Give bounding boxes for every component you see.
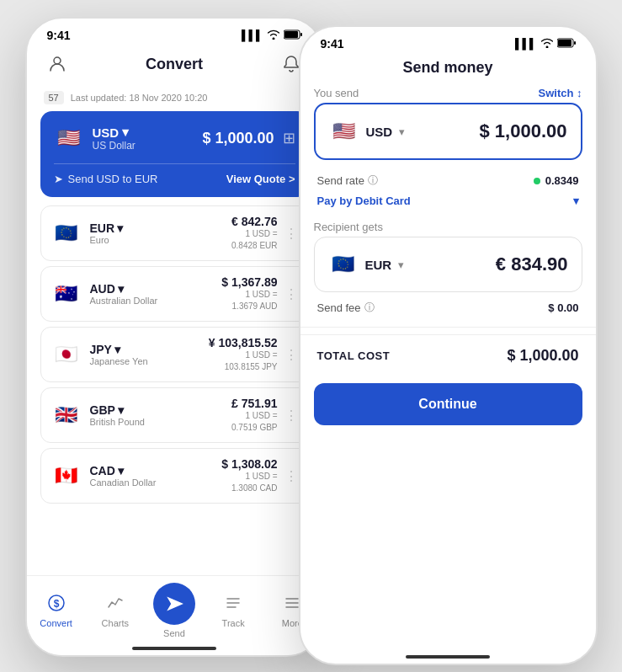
sender-card[interactable]: 🇺🇸 USD ▾ $ 1,000.00 — [314, 103, 582, 160]
gbp-rate: 1 USD = 0.7519 GBP — [231, 410, 278, 434]
list-item[interactable]: 🇯🇵 JPY▾ Japanese Yen ¥ 103,815.52 1 USD … — [40, 327, 309, 382]
svg-rect-2 — [300, 33, 302, 36]
recipient-code: EUR — [365, 258, 392, 272]
nav-convert[interactable]: $ Convert — [31, 594, 82, 628]
jpy-amount: ¥ 103,815.52 — [209, 336, 278, 349]
send-label[interactable]: ➤ Send USD to EUR — [54, 173, 158, 185]
gbp-name: British Pound — [90, 417, 145, 427]
recipient-currency-selector[interactable]: 🇪🇺 EUR ▾ — [328, 249, 405, 280]
main-currency-card[interactable]: 🇺🇸 USD ▾ US Dollar $ 1,000.00 ⊞ — [40, 111, 309, 197]
eur-amount: € 842.76 — [231, 215, 278, 228]
wifi-icon-2 — [540, 38, 554, 51]
usd-amount: $ 1,000.00 — [202, 130, 274, 147]
usd-flag: 🇺🇸 — [54, 123, 84, 153]
send-rate-value: 0.8349 — [534, 174, 579, 187]
phone-send-money: 9:41 ▌▌▌ — [299, 25, 598, 665]
more-options-icon[interactable]: ⋮ — [284, 226, 298, 242]
list-item[interactable]: 🇦🇺 AUD▾ Australian Dollar $ 1,367.89 1 U… — [40, 266, 309, 322]
pay-method-label: Pay by Debit Card — [317, 195, 411, 207]
send-label: Send — [163, 628, 185, 638]
eur-code[interactable]: EUR▾ — [90, 221, 124, 235]
cad-amount: $ 1,308.02 — [221, 457, 277, 471]
gbp-flag: 🇬🇧 — [51, 400, 82, 430]
usd-code[interactable]: USD ▾ — [93, 125, 136, 140]
send-arrow-icon: ➤ — [54, 173, 63, 185]
status-bar: 9:41 ▌▌▌ — [27, 19, 322, 47]
aud-amount: $ 1,367.89 — [221, 275, 277, 289]
nav-track[interactable]: Track — [208, 594, 258, 628]
more-options-icon[interactable]: ⋮ — [284, 286, 298, 302]
status-icons: ▌▌▌ — [242, 29, 302, 42]
continue-button[interactable]: Continue — [314, 383, 582, 425]
recipient-card[interactable]: 🇪🇺 EUR ▾ € 834.90 — [314, 237, 582, 292]
status-bar-2: 9:41 ▌▌▌ — [300, 27, 596, 56]
update-text: Last updated: 18 Nov 2020 10:20 — [71, 93, 208, 103]
aud-flag: 🇦🇺 — [51, 279, 82, 309]
svg-rect-8 — [574, 41, 576, 45]
eur-flag: 🇪🇺 — [51, 218, 82, 248]
gbp-amount: £ 751.91 — [231, 397, 278, 410]
sender-chevron[interactable]: ▾ — [399, 125, 405, 138]
page-title: Convert — [146, 56, 203, 73]
list-item[interactable]: 🇨🇦 CAD▾ Canadian Dollar $ 1,308.02 1 USD… — [40, 448, 309, 504]
sender-flag: 🇺🇸 — [329, 116, 359, 147]
divider — [300, 327, 596, 328]
send-money-header: Send money — [300, 56, 596, 87]
rate-info-icon[interactable]: ⓘ — [368, 173, 378, 188]
list-item[interactable]: 🇪🇺 EUR▾ Euro € 842.76 1 USD = 0.8428 EUR — [40, 205, 309, 261]
more-options-icon[interactable]: ⋮ — [284, 347, 298, 363]
total-cost-label: TOTAL COST — [317, 349, 391, 362]
send-fee-label: Send fee ⓘ — [317, 301, 375, 315]
switch-button[interactable]: Switch ↕ — [538, 87, 582, 99]
list-item[interactable]: 🇬🇧 GBP▾ British Pound £ 751.91 1 USD = 0… — [40, 387, 309, 443]
recipient-chevron[interactable]: ▾ — [398, 259, 404, 271]
send-rate-row: Send rate ⓘ 0.8349 — [300, 167, 596, 191]
aud-rate: 1 USD = 1.3679 AUD — [221, 289, 277, 312]
sender-amount: $ 1,000.00 — [480, 120, 567, 142]
more-options-icon[interactable]: ⋮ — [284, 408, 298, 424]
cad-rate: 1 USD = 1.3080 CAD — [221, 471, 277, 494]
svg-rect-7 — [558, 40, 571, 46]
battery-icon-2 — [557, 38, 576, 51]
aud-name: Australian Dollar — [90, 296, 158, 306]
aud-code[interactable]: AUD▾ — [90, 282, 158, 296]
home-indicator — [132, 647, 216, 650]
jpy-rate: 1 USD = 103.8155 JPY — [209, 349, 278, 373]
rate-dot — [534, 178, 540, 184]
pay-method-chevron[interactable]: ▾ — [573, 195, 579, 207]
currency-list: 🇪🇺 EUR▾ Euro € 842.76 1 USD = 0.8428 EUR — [27, 205, 322, 504]
update-badge: 57 — [44, 91, 64, 104]
you-send-label: You send — [314, 87, 359, 99]
battery-icon — [284, 29, 302, 42]
wifi-icon — [267, 29, 280, 42]
total-cost-section: TOTAL COST $ 1,000.00 — [300, 334, 596, 376]
cad-code[interactable]: CAD▾ — [90, 464, 157, 477]
cad-flag: 🇨🇦 — [51, 461, 82, 491]
jpy-code[interactable]: JPY▾ — [90, 343, 148, 356]
pay-method-row[interactable]: Pay by Debit Card ▾ — [300, 191, 596, 217]
view-quote-button[interactable]: View Quote > — [226, 173, 295, 185]
recipient-section: 🇪🇺 EUR ▾ € 834.90 — [300, 237, 596, 292]
charts-label: Charts — [102, 618, 129, 628]
status-time: 9:41 — [47, 29, 71, 42]
fee-info-icon[interactable]: ⓘ — [364, 301, 375, 315]
sender-code: USD — [366, 125, 393, 139]
header: Convert — [27, 47, 322, 88]
recipient-amount: € 834.90 — [496, 253, 568, 275]
profile-icon[interactable] — [44, 51, 71, 77]
sender-currency-selector[interactable]: 🇺🇸 USD ▾ — [329, 116, 406, 147]
total-cost-value: $ 1,000.00 — [507, 347, 578, 365]
track-label: Track — [222, 618, 245, 628]
send-rate-label: Send rate ⓘ — [317, 173, 378, 188]
gbp-code[interactable]: GBP▾ — [90, 403, 145, 417]
status-time-2: 9:41 — [321, 37, 344, 51]
signal-icon-2: ▌▌▌ — [515, 38, 537, 50]
last-updated-bar: 57 Last updated: 18 Nov 2020 10:20 — [27, 88, 322, 111]
send-button[interactable] — [153, 583, 195, 625]
send-fee-row: Send fee ⓘ $ 0.00 — [300, 292, 596, 323]
more-options-icon[interactable]: ⋮ — [284, 468, 298, 484]
nav-send[interactable]: Send — [149, 583, 199, 638]
eur-rate: 1 USD = 0.8428 EUR — [231, 228, 278, 252]
calculator-icon[interactable]: ⊞ — [283, 129, 295, 147]
nav-charts[interactable]: Charts — [90, 594, 141, 628]
